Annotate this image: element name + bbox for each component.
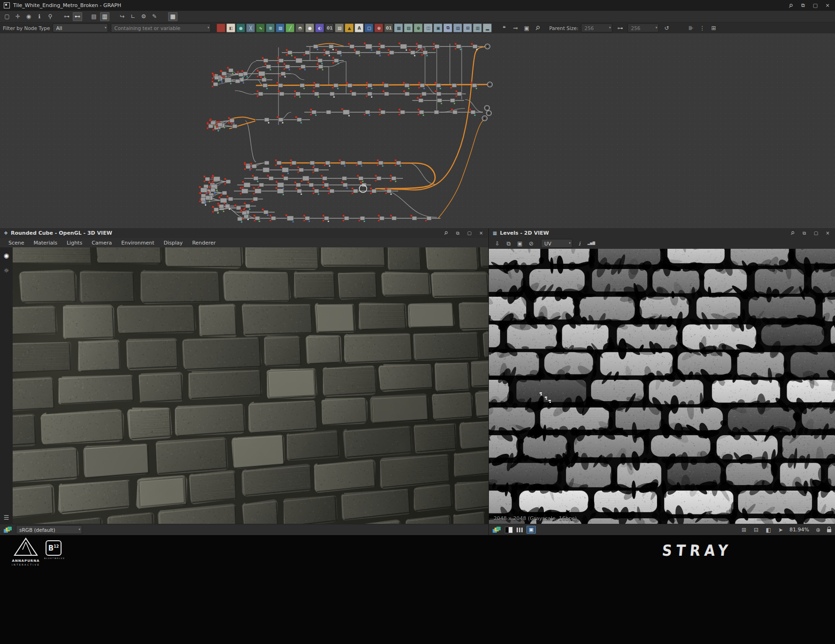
menu-camera[interactable]: Camera xyxy=(87,240,116,246)
maximize-button[interactable]: ▢ xyxy=(812,230,820,237)
palette-motion-blur[interactable]: ≋ xyxy=(266,23,275,32)
menu-display[interactable]: Display xyxy=(159,240,188,246)
float-button[interactable]: ⧉ xyxy=(454,230,461,237)
graph-view[interactable] xyxy=(0,33,835,228)
compact-material-tool[interactable]: ▥ xyxy=(100,12,109,21)
camera-view-icon[interactable]: ◉ xyxy=(2,251,11,260)
palette-grayscale-conversion[interactable]: 01 xyxy=(325,23,334,32)
pin-button[interactable]: ⚲ xyxy=(786,0,796,11)
3d-render-brick-wall[interactable] xyxy=(13,247,488,524)
material-mode-tool[interactable]: ▤ xyxy=(89,12,99,21)
menu-scene[interactable]: Scene xyxy=(4,240,29,246)
zoom-tool[interactable]: ⚲ xyxy=(46,12,55,21)
3d-viewport[interactable] xyxy=(13,247,488,524)
menu-renderer[interactable]: Renderer xyxy=(187,240,220,246)
palette-blur[interactable]: ● xyxy=(236,23,245,32)
pin-button[interactable]: ⚲ xyxy=(788,228,797,238)
palette-channel-merge[interactable]: ⊞ xyxy=(463,23,472,32)
elbow-connection-tool[interactable]: ∟ xyxy=(128,12,138,21)
palette-auto-levels[interactable]: ▧ xyxy=(404,23,413,32)
palette-blend[interactable]: ◧ xyxy=(226,23,235,32)
export-image-icon[interactable]: ⇩ xyxy=(493,239,502,248)
palette-directional-warp[interactable]: ▨ xyxy=(276,23,285,32)
pin-input-icon[interactable]: ⊸ xyxy=(510,23,520,32)
palette-height-blend[interactable]: ▥ xyxy=(473,23,482,32)
split-view-icon[interactable]: ◧ xyxy=(764,525,773,534)
float-button[interactable]: ⧉ xyxy=(799,2,807,9)
link-size-icon[interactable]: ⊶ xyxy=(615,23,625,32)
link-mode-tool[interactable]: ⊶ xyxy=(62,12,71,21)
palette-distance[interactable]: ╱ xyxy=(286,23,294,32)
palette-warning[interactable]: ▲ xyxy=(345,23,354,32)
align-horizontal-icon[interactable]: ⊞ xyxy=(709,23,718,32)
align-vertical-icon[interactable]: ⋮ xyxy=(697,23,707,32)
reset-size-icon[interactable]: ↺ xyxy=(662,23,671,32)
light-toggle-icon[interactable]: ☼ xyxy=(2,266,11,275)
pushpin-icon[interactable]: ⚲ xyxy=(532,22,545,34)
snap-nodes-icon[interactable]: ⊪ xyxy=(686,23,696,32)
parent-height-select[interactable]: 256▾ xyxy=(627,23,659,32)
copy-image-icon[interactable]: ▣ xyxy=(515,239,525,248)
grid-snap-toggle[interactable]: ▦ xyxy=(168,12,178,21)
save-image-icon[interactable]: ⧉ xyxy=(504,239,513,248)
palette-transform-2d[interactable]: ▢ xyxy=(364,23,373,32)
channel-bars-icon[interactable] xyxy=(517,528,523,532)
screenshot-tool[interactable]: ◉ xyxy=(24,12,33,21)
fit-view-icon[interactable]: ⊕ xyxy=(813,525,823,534)
palette-uniform-color[interactable] xyxy=(216,23,225,32)
palette-emboss[interactable]: ◓ xyxy=(295,23,304,32)
palette-curve[interactable]: ∿ xyxy=(256,23,265,32)
palette-normal-blend[interactable]: ⧉ xyxy=(443,23,452,32)
parent-width-select[interactable]: 256▾ xyxy=(581,23,612,32)
menu-lights[interactable]: Lights xyxy=(62,240,87,246)
create-link-tool[interactable]: ↪ xyxy=(117,12,127,21)
image-resource-icon[interactable]: ▣ xyxy=(522,23,531,32)
scene-tree-icon[interactable]: ☰ xyxy=(2,513,11,521)
maximize-button[interactable]: ▢ xyxy=(812,2,819,9)
palette-levels[interactable]: ▂ xyxy=(483,23,492,32)
palette-shape[interactable]: ● xyxy=(305,23,314,32)
palette-contrast[interactable]: ◫ xyxy=(424,23,433,32)
pixel-snap-icon[interactable]: ⊟ xyxy=(751,525,761,534)
move-tool[interactable]: ✛ xyxy=(13,12,23,21)
comment-icon[interactable]: ❝ xyxy=(499,23,509,32)
node-graph[interactable] xyxy=(0,33,835,228)
palette-blinds[interactable]: ▤ xyxy=(335,23,344,32)
unlink-mode-tool[interactable]: ⊷ xyxy=(73,12,82,21)
pin-button[interactable]: ⚲ xyxy=(441,228,451,238)
tools-menu[interactable]: ⚙ xyxy=(139,12,148,21)
edit-tool[interactable]: ✎ xyxy=(150,12,159,21)
2d-texture-heightmap[interactable] xyxy=(489,249,835,524)
zoom-level[interactable]: 81.94% xyxy=(789,527,809,533)
palette-safe-transform[interactable]: ⊕ xyxy=(374,23,383,32)
uv-select[interactable]: UV▾ xyxy=(541,239,572,248)
palette-text[interactable]: A xyxy=(355,23,363,32)
palette-highpass[interactable]: ▣ xyxy=(433,23,442,32)
palette-histogram-scan[interactable]: ▦ xyxy=(394,23,403,32)
palette-channel-split[interactable]: ▤ xyxy=(453,23,462,32)
float-button[interactable]: ⧉ xyxy=(801,230,808,237)
node-type-select[interactable]: All▾ xyxy=(53,23,108,32)
palette-hsl[interactable]: ⊕ xyxy=(414,23,423,32)
menu-materials[interactable]: Materials xyxy=(29,240,62,246)
background-swatch[interactable] xyxy=(505,527,513,533)
palette-channel-shuffle[interactable]: ╳ xyxy=(246,23,255,32)
info-icon[interactable]: i xyxy=(575,239,584,248)
close-button[interactable]: × xyxy=(478,230,485,237)
image-display-button[interactable]: ▣ xyxy=(526,526,536,534)
filtering-disabled-icon[interactable]: ⊘ xyxy=(526,239,536,248)
maximize-button[interactable]: ▢ xyxy=(466,230,473,237)
2d-viewport[interactable]: 2048 x 2048 (Grayscale, 16bpc) xyxy=(489,249,835,524)
lock-icon[interactable] xyxy=(827,529,831,532)
close-button[interactable]: × xyxy=(824,2,831,9)
tiling-grid-icon[interactable]: ⊞ xyxy=(739,525,749,534)
marquee-select-tool[interactable]: ▢ xyxy=(2,12,12,21)
text-filter-select[interactable]: Containing text or variable▾ xyxy=(111,23,211,32)
information-tool[interactable]: ℹ xyxy=(35,12,44,21)
histogram-icon[interactable]: ▂▅▇ xyxy=(587,239,596,248)
menu-environment[interactable]: Environment xyxy=(116,240,159,246)
colorspace-select[interactable]: sRGB (default)▾ xyxy=(16,525,82,534)
palette-gradient-map[interactable]: ◐ xyxy=(315,23,324,32)
pointer-info-icon[interactable]: ➤ xyxy=(776,525,785,534)
close-button[interactable]: × xyxy=(824,230,831,237)
